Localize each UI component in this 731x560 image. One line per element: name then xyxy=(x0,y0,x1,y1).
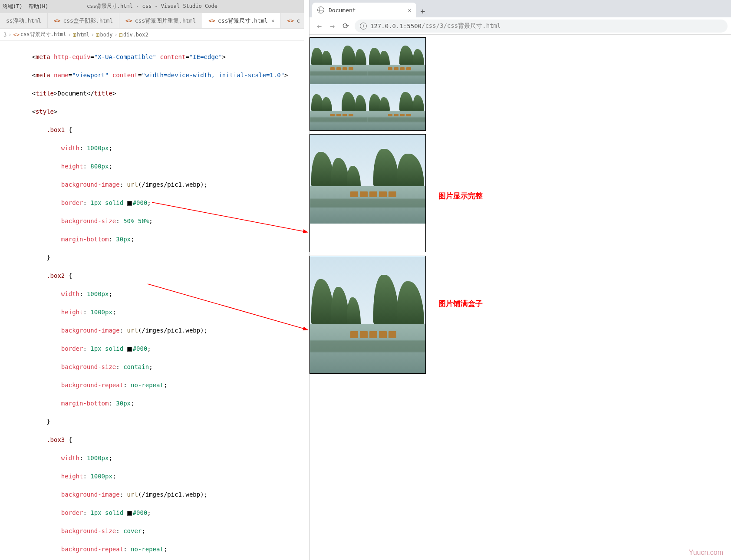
browser-tabbar: Document × + xyxy=(310,0,731,17)
forward-button[interactable]: → xyxy=(326,21,339,30)
close-icon[interactable]: × xyxy=(271,17,275,24)
tab-boxshadow[interactable]: <>css盒子阴影.html xyxy=(48,13,119,28)
tab-float[interactable]: ss浮动.html xyxy=(0,13,48,28)
url-host: 127.0.0.1:5500 xyxy=(370,23,421,30)
address-bar[interactable]: i 127.0.0.1:5500/css/3/css背景尺寸.html xyxy=(355,20,728,33)
tab-partial[interactable]: <>c xyxy=(281,13,304,28)
browser-tab[interactable]: Document × xyxy=(312,3,416,17)
annotation-contain: 图片显示完整 xyxy=(438,191,483,201)
breadcrumb[interactable]: 3› <>css背景尺寸.html› ◫html› ◫body› ◫div.bo… xyxy=(0,29,304,41)
url-path: /css/3/css背景尺寸.html xyxy=(421,22,501,30)
tab-bgrepeat[interactable]: <>css背景图片重复.html xyxy=(119,13,202,28)
vscode-window: 终端(T) 帮助(H) css背景尺寸.html - css - Visual … xyxy=(0,0,304,560)
menu-help[interactable]: 帮助(H) xyxy=(29,3,49,10)
back-button[interactable]: ← xyxy=(313,21,326,30)
tab-bgsize[interactable]: <>css背景尺寸.html× xyxy=(202,13,281,28)
editor-tabs: ss浮动.html <>css盒子阴影.html <>css背景图片重复.htm… xyxy=(0,13,304,29)
menubar: 终端(T) 帮助(H) css背景尺寸.html - css - Visual … xyxy=(0,0,304,13)
menu-terminal[interactable]: 终端(T) xyxy=(3,3,23,10)
demo-box3 xyxy=(310,256,426,374)
new-tab-button[interactable]: + xyxy=(416,7,429,17)
close-icon[interactable]: × xyxy=(408,7,411,13)
globe-icon xyxy=(317,7,324,13)
browser-toolbar: ← → ⟳ i 127.0.0.1:5500/css/3/css背景尺寸.htm… xyxy=(310,17,731,35)
annotation-cover: 图片铺满盒子 xyxy=(438,299,483,309)
demo-box2 xyxy=(310,134,426,252)
browser-tab-title: Document xyxy=(329,7,356,13)
reload-button[interactable]: ⟳ xyxy=(339,21,352,30)
demo-box1 xyxy=(310,37,426,131)
page-content xyxy=(310,35,731,374)
browser-window: Document × + ← → ⟳ i 127.0.0.1:5500/css/… xyxy=(309,0,731,560)
code-editor[interactable]: <meta http-equiv="X-UA-Compatible" conte… xyxy=(0,41,304,560)
watermark: Yuucn.com xyxy=(689,549,723,557)
info-icon[interactable]: i xyxy=(360,23,367,30)
